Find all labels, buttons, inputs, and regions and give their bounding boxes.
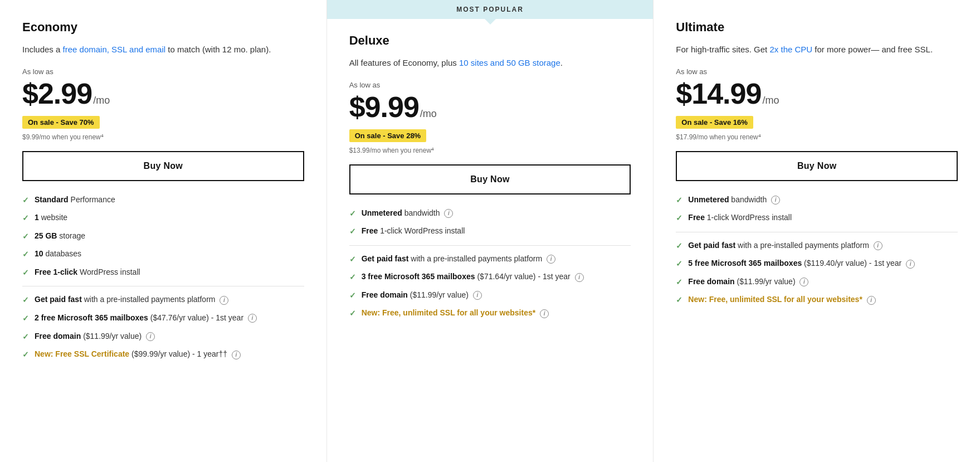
- price-period-ultimate: /mo: [762, 95, 779, 106]
- check-icon: ✓: [349, 208, 356, 220]
- info-icon[interactable]: i: [906, 260, 915, 269]
- feature-text: Free 1-click WordPress install: [362, 226, 631, 237]
- as-low-as-economy: As low as: [22, 67, 304, 76]
- check-icon: ✓: [676, 241, 682, 252]
- buy-button-deluxe[interactable]: Buy Now: [349, 164, 631, 194]
- feature-item: ✓ Unmetered bandwidth i: [676, 194, 958, 206]
- info-icon[interactable]: i: [146, 332, 155, 341]
- feature-text: Free domain ($11.99/yr value) i: [35, 331, 304, 342]
- renew-price-deluxe: $13.99/mo when you renew⁴: [349, 147, 631, 154]
- info-icon[interactable]: i: [874, 241, 883, 250]
- feature-item: ✓ 25 GB storage: [22, 231, 304, 242]
- feature-text: Free domain ($11.99/yr value) i: [362, 290, 631, 301]
- price-amount-economy: $2.99: [22, 77, 92, 110]
- feature-item: ✓ 3 free Microsoft 365 mailboxes ($71.64…: [349, 271, 631, 283]
- feature-item: ✓ Free 1-click WordPress install: [22, 267, 304, 279]
- feature-text: Free domain ($11.99/yr value) i: [688, 276, 958, 288]
- plan-name-economy: Economy: [22, 20, 304, 35]
- feature-item: ✓ 1 website: [22, 212, 304, 224]
- feature-divider: [676, 232, 958, 232]
- check-icon: ✓: [22, 268, 29, 279]
- feature-text: New: Free, unlimited SSL for all your we…: [688, 294, 958, 305]
- feature-item: ✓ New: Free, unlimited SSL for all your …: [676, 294, 958, 306]
- info-icon[interactable]: i: [444, 209, 453, 218]
- plan-card-deluxe: MOST POPULARDeluxe All features of Econo…: [327, 0, 654, 462]
- feature-text: Get paid fast with a pre-installed payme…: [688, 240, 958, 251]
- plan-name-deluxe: Deluxe: [349, 33, 631, 48]
- feature-text: Unmetered bandwidth i: [362, 208, 631, 219]
- price-row-ultimate: $14.99 /mo: [676, 77, 958, 110]
- feature-item: ✓ Get paid fast with a pre-installed pay…: [676, 240, 958, 252]
- check-icon: ✓: [676, 295, 682, 306]
- features-list-deluxe: ✓ Unmetered bandwidth i ✓ Free 1-click W…: [349, 208, 631, 320]
- info-icon[interactable]: i: [473, 291, 482, 300]
- feature-text: New: Free SSL Certificate ($99.99/yr val…: [35, 349, 304, 360]
- price-period-deluxe: /mo: [420, 108, 437, 120]
- check-icon: ✓: [22, 332, 29, 343]
- feature-item: ✓ Free 1-click WordPress install: [349, 226, 631, 237]
- feature-text: 5 free Microsoft 365 mailboxes ($119.40/…: [688, 258, 958, 269]
- plan-description-deluxe: All features of Economy, plus 10 sites a…: [349, 57, 631, 70]
- plan-description-economy: Includes a free domain, SSL and email to…: [22, 43, 304, 56]
- feature-item: ✓ Free domain ($11.99/yr value) i: [349, 290, 631, 301]
- renew-price-ultimate: $17.99/mo when you renew⁴: [676, 133, 958, 141]
- info-icon[interactable]: i: [867, 296, 876, 305]
- feature-text: Get paid fast with a pre-installed payme…: [362, 254, 631, 265]
- sale-badge-economy: On sale - Save 70%: [22, 116, 100, 129]
- sale-badge-ultimate: On sale - Save 16%: [676, 116, 753, 129]
- feature-item: ✓ Free domain ($11.99/yr value) i: [676, 276, 958, 288]
- check-icon: ✓: [22, 313, 29, 324]
- feature-item: ✓ Free 1-click WordPress install: [676, 212, 958, 224]
- price-row-deluxe: $9.99 /mo: [349, 90, 631, 124]
- feature-divider: [349, 245, 631, 246]
- buy-button-ultimate[interactable]: Buy Now: [676, 151, 958, 181]
- check-icon: ✓: [22, 195, 29, 206]
- price-row-economy: $2.99 /mo: [22, 77, 304, 110]
- info-icon[interactable]: i: [540, 309, 549, 318]
- feature-text: New: Free, unlimited SSL for all your we…: [362, 308, 631, 319]
- info-icon[interactable]: i: [771, 196, 780, 205]
- feature-item: ✓ Standard Performance: [22, 194, 304, 206]
- feature-text: Unmetered bandwidth i: [688, 194, 958, 206]
- features-list-ultimate: ✓ Unmetered bandwidth i ✓ Free 1-click W…: [676, 194, 958, 307]
- info-icon[interactable]: i: [220, 296, 228, 305]
- check-icon: ✓: [676, 213, 682, 224]
- check-icon: ✓: [676, 259, 682, 270]
- feature-text: 3 free Microsoft 365 mailboxes ($71.64/y…: [362, 271, 631, 283]
- pricing-container: Economy Includes a free domain, SSL and …: [0, 0, 980, 462]
- check-icon: ✓: [349, 226, 356, 237]
- check-icon: ✓: [349, 308, 356, 319]
- info-icon[interactable]: i: [248, 314, 257, 323]
- buy-button-economy[interactable]: Buy Now: [22, 151, 304, 181]
- feature-text: 2 free Microsoft 365 mailboxes ($47.76/y…: [35, 313, 304, 324]
- most-popular-banner: MOST POPULAR: [327, 0, 654, 19]
- feature-item: ✓ Get paid fast with a pre-installed pay…: [22, 294, 304, 306]
- info-icon[interactable]: i: [232, 351, 241, 359]
- feature-item: ✓ Free domain ($11.99/yr value) i: [22, 331, 304, 343]
- feature-item: ✓ 10 databases: [22, 249, 304, 260]
- plan-card-economy: Economy Includes a free domain, SSL and …: [0, 0, 327, 462]
- as-low-as-ultimate: As low as: [676, 67, 958, 76]
- price-period-economy: /mo: [93, 95, 110, 106]
- as-low-as-deluxe: As low as: [349, 81, 631, 89]
- feature-text: Get paid fast with a pre-installed payme…: [35, 294, 304, 305]
- info-icon[interactable]: i: [799, 278, 808, 286]
- plan-name-ultimate: Ultimate: [676, 20, 958, 35]
- feature-item: ✓ New: Free, unlimited SSL for all your …: [349, 308, 631, 319]
- check-icon: ✓: [349, 290, 356, 301]
- check-icon: ✓: [22, 295, 29, 306]
- price-amount-ultimate: $14.99: [676, 77, 761, 110]
- feature-divider: [22, 286, 304, 286]
- check-icon: ✓: [676, 277, 682, 288]
- plan-card-ultimate: Ultimate For high-traffic sites. Get 2x …: [654, 0, 980, 462]
- plan-description-ultimate: For high-traffic sites. Get 2x the CPU f…: [676, 43, 958, 56]
- check-icon: ✓: [22, 231, 29, 242]
- feature-item: ✓ New: Free SSL Certificate ($99.99/yr v…: [22, 349, 304, 361]
- info-icon[interactable]: i: [547, 255, 555, 264]
- check-icon: ✓: [676, 195, 682, 206]
- check-icon: ✓: [22, 249, 29, 260]
- check-icon: ✓: [22, 349, 29, 361]
- info-icon[interactable]: i: [575, 273, 584, 282]
- sale-badge-deluxe: On sale - Save 28%: [349, 129, 427, 142]
- feature-item: ✓ 5 free Microsoft 365 mailboxes ($119.4…: [676, 258, 958, 270]
